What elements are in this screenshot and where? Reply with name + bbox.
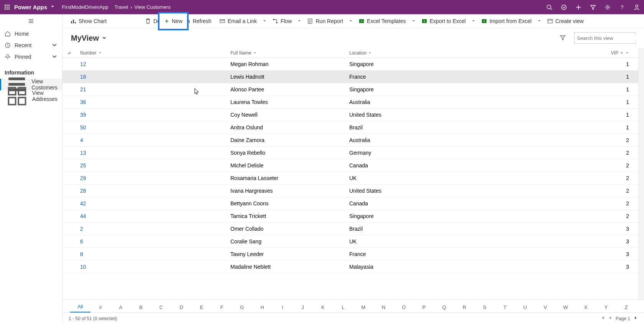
alpha-filter-b[interactable]: B	[131, 304, 151, 312]
add-icon[interactable]	[571, 0, 586, 14]
alpha-filter-s[interactable]: S	[475, 304, 495, 312]
table-row[interactable]: 21Alonso ParteeSingapore1	[62, 83, 638, 96]
table-row[interactable]: 6Coralie SangUK3	[62, 235, 638, 248]
gear-icon[interactable]	[600, 0, 615, 14]
cell-number[interactable]: 4	[76, 137, 230, 143]
select-all-checkbox[interactable]	[62, 51, 76, 55]
help-icon[interactable]: ?	[615, 0, 629, 14]
funnel-icon[interactable]	[586, 0, 600, 14]
alpha-filter-c[interactable]: C	[151, 304, 171, 312]
cmd-show-chart[interactable]: Show Chart	[66, 14, 110, 28]
nav-pinned[interactable]: Pinned	[0, 51, 62, 63]
alpha-filter-u[interactable]: U	[515, 304, 536, 312]
view-name[interactable]: MyView	[71, 34, 99, 43]
alpha-filter-f[interactable]: F	[212, 304, 232, 312]
table-row[interactable]: 28Ivana HargreavesUnited States2	[62, 185, 638, 197]
alpha-filter-r[interactable]: R	[454, 304, 475, 312]
cmd-export-excel[interactable]: X Export to Excel	[417, 14, 470, 28]
alpha-filter-d[interactable]: D	[171, 304, 192, 312]
vertical-scrollbar[interactable]	[638, 48, 644, 299]
filter-icon[interactable]	[560, 34, 566, 43]
alpha-filter-p[interactable]: P	[414, 304, 434, 312]
cmd-import-split[interactable]	[536, 14, 543, 28]
brand-title[interactable]: Power Apps	[14, 4, 47, 10]
page-next[interactable]	[633, 316, 638, 321]
col-fullname-header[interactable]: Full Name	[230, 50, 349, 56]
alpha-filter-z[interactable]: Z	[616, 304, 636, 312]
table-row[interactable]: 36Laurena TowlesAustralia1	[62, 96, 638, 109]
cell-number[interactable]: 10	[76, 264, 230, 270]
cell-number[interactable]: 39	[76, 112, 230, 118]
alpha-filter-o[interactable]: O	[394, 304, 414, 312]
cell-number[interactable]: 2	[76, 226, 230, 232]
cell-number[interactable]: 13	[76, 150, 230, 156]
alpha-filter-k[interactable]: K	[313, 304, 333, 312]
cell-number[interactable]: 21	[76, 86, 230, 93]
table-row[interactable]: 4Daine ZamoraAustralia2	[62, 134, 638, 147]
alpha-filter-t[interactable]: T	[495, 304, 515, 312]
col-vip-header[interactable]: VIP	[469, 50, 638, 56]
search-icon[interactable]	[542, 0, 557, 14]
alpha-filter-l[interactable]: L	[333, 304, 353, 312]
col-location-header[interactable]: Location	[349, 50, 469, 56]
crumb-area[interactable]: Travel	[115, 4, 128, 10]
cell-number[interactable]: 44	[76, 213, 230, 219]
search-input[interactable]	[574, 32, 636, 44]
hamburger-icon[interactable]	[0, 14, 62, 28]
cmd-export-split[interactable]	[470, 14, 477, 28]
app-launcher[interactable]	[0, 4, 14, 10]
alpha-filter-x[interactable]: X	[576, 304, 596, 312]
cell-number[interactable]: 12	[76, 61, 230, 67]
alpha-filter-j[interactable]: J	[292, 304, 313, 312]
alpha-filter-e[interactable]: E	[192, 304, 212, 312]
alpha-filter-a[interactable]: A	[111, 304, 131, 312]
table-row[interactable]: 10Madaline NeblettMalayasia3	[62, 261, 638, 273]
cmd-email-split[interactable]	[261, 14, 268, 28]
page-first[interactable]	[600, 316, 605, 321]
chevron-down-icon[interactable]	[102, 36, 107, 40]
table-row[interactable]: 13Sonya RebelloGermany2	[62, 147, 638, 159]
cmd-flow[interactable]: Flow	[268, 14, 296, 28]
table-row[interactable]: 2Omer ColladoBrazil3	[62, 223, 638, 235]
cmd-run-report[interactable]: Run Report	[303, 14, 347, 28]
table-row[interactable]: 29Rosamaria LasseterUK2	[62, 172, 638, 185]
sidebar-item-view-addresses[interactable]: View Addresses	[0, 90, 62, 102]
cell-number[interactable]: 50	[76, 124, 230, 131]
account-icon[interactable]	[629, 0, 644, 14]
alpha-filter-m[interactable]: M	[353, 304, 374, 312]
search-field[interactable]	[577, 35, 641, 41]
table-row[interactable]: 12Megan RohmanSingapore1	[62, 58, 638, 71]
nav-recent[interactable]: Recent	[0, 40, 62, 51]
cmd-import-excel[interactable]: X Import from Excel	[477, 14, 536, 28]
alpha-filter-g[interactable]: G	[232, 304, 252, 312]
alpha-filter-n[interactable]: N	[373, 304, 394, 312]
cell-number[interactable]: 8	[76, 251, 230, 257]
cmd-excel-templates[interactable]: X Excel Templates	[355, 14, 410, 28]
alpha-filter-w[interactable]: W	[555, 304, 576, 312]
cell-number[interactable]: 29	[76, 175, 230, 181]
table-row[interactable]: 39Coy NewellUnited States1	[62, 109, 638, 121]
cell-number[interactable]: 42	[76, 200, 230, 207]
col-number-header[interactable]: Number	[76, 50, 230, 56]
table-row[interactable]: 8Tawny LeederFrance3	[62, 248, 638, 261]
cell-number[interactable]: 25	[76, 162, 230, 169]
cmd-create-view[interactable]: Create view	[543, 14, 588, 28]
alpha-filter-q[interactable]: Q	[434, 304, 455, 312]
table-row[interactable]: 44Tamica TrickettSingapore2	[62, 210, 638, 223]
table-row[interactable]: 42Bettyann CoonsCanada2	[62, 197, 638, 210]
cell-number[interactable]: 28	[76, 188, 230, 194]
alpha-filter-#[interactable]: #	[90, 304, 111, 312]
cmd-report-split[interactable]	[347, 14, 355, 28]
cmd-flow-split[interactable]	[296, 14, 303, 28]
alpha-filter-all[interactable]: All	[70, 304, 90, 312]
cmd-templates-split[interactable]	[410, 14, 417, 28]
task-icon[interactable]	[557, 0, 571, 14]
page-prev[interactable]	[608, 316, 613, 321]
crumb-page[interactable]: View Customers	[135, 4, 171, 10]
brand-chevron-icon[interactable]	[49, 3, 56, 11]
app-name-crumb[interactable]: FirstModelDrivenApp	[62, 4, 108, 10]
alpha-filter-h[interactable]: H	[252, 304, 273, 312]
cell-number[interactable]: 18	[76, 74, 230, 80]
alpha-filter-i[interactable]: I	[273, 304, 293, 312]
table-row[interactable]: 50Anitra OslundBrazil1	[62, 121, 638, 134]
